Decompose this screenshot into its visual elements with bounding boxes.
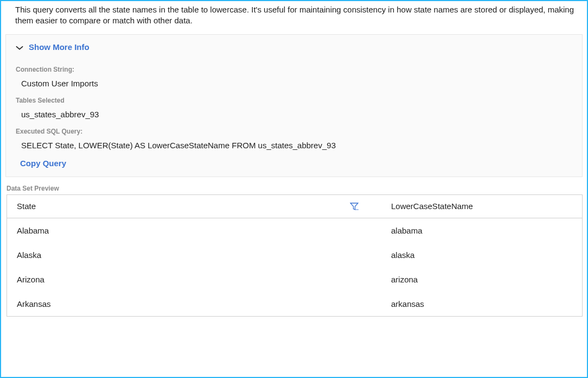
svg-point-1 — [355, 209, 356, 210]
query-description: This query converts all the state names … — [1, 1, 587, 34]
table-row: Arizona arizona — [7, 267, 582, 292]
copy-query-button[interactable]: Copy Query — [20, 159, 572, 168]
table-row: Arkansas arkansas — [7, 292, 582, 316]
executed-query-value: SELECT State, LOWER(State) AS LowerCaseS… — [21, 141, 572, 150]
tables-selected-value: us_states_abbrev_93 — [21, 110, 572, 119]
query-result-panel: This query converts all the state names … — [0, 0, 588, 378]
cell-state: Arkansas — [17, 299, 375, 308]
svg-marker-0 — [350, 203, 358, 210]
cell-state: Alabama — [17, 226, 375, 235]
filter-icon[interactable] — [350, 202, 359, 211]
connection-string-value: Custom User Imports — [21, 79, 572, 88]
show-more-toggle[interactable]: Show More Info — [16, 42, 572, 52]
column-header-state[interactable]: State — [17, 201, 375, 211]
svg-point-2 — [356, 209, 357, 210]
show-more-label: Show More Info — [29, 42, 90, 52]
table-row: Alabama alabama — [7, 218, 582, 243]
data-set-preview-label: Data Set Preview — [7, 185, 587, 192]
svg-point-3 — [357, 209, 359, 210]
table-header-row: State LowerCaseStateName — [7, 195, 582, 218]
data-set-preview-table: State LowerCaseStateName Alabama alabama — [7, 194, 583, 317]
column-header-lowercase-label: LowerCaseStateName — [391, 201, 473, 211]
cell-state: Arizona — [17, 275, 375, 284]
table-row: Alaska alaska — [7, 243, 582, 267]
column-header-state-label: State — [17, 201, 36, 211]
cell-lowercase: alabama — [375, 226, 572, 235]
cell-lowercase: arizona — [375, 275, 572, 284]
connection-string-label: Connection String: — [16, 66, 572, 73]
cell-lowercase: alaska — [375, 250, 572, 260]
cell-lowercase: arkansas — [375, 299, 572, 308]
info-panel: Show More Info Connection String: Custom… — [5, 34, 583, 177]
cell-state: Alaska — [17, 250, 375, 260]
chevron-down-icon — [16, 43, 23, 51]
executed-query-label: Executed SQL Query: — [16, 128, 572, 135]
tables-selected-label: Tables Selected — [16, 97, 572, 104]
column-header-lowercase[interactable]: LowerCaseStateName — [375, 201, 572, 211]
